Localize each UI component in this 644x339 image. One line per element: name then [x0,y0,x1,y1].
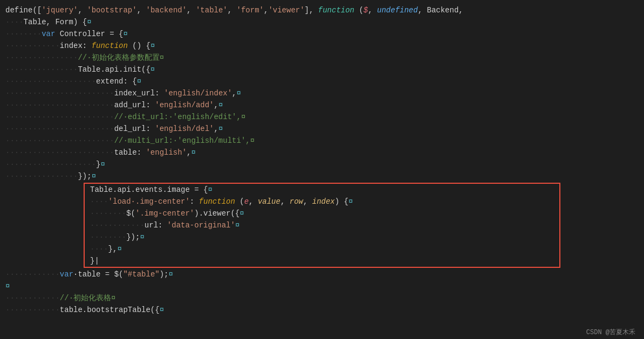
highlight-line-1: Table.api.events.image = {¤ [85,184,559,196]
code-line-15: ················});¤ [0,170,644,182]
highlight-line-3: ········$('.img-center').viewer({¤ [85,207,559,219]
code-line-24: ¤ [0,280,644,292]
code-line-11: ························del_url: 'englis… [0,123,644,135]
code-text: define(['jquery', 'bootstrap', 'backend'… [5,4,463,16]
highlight-line-5: ········});¤ [85,231,559,243]
code-line-25: ············//·初始化表格¤ [0,292,644,304]
code-line-10: ························//·edit_url:·'en… [0,111,644,123]
code-line-23: ············var·table = $("#table");¤ [0,268,644,280]
watermark: CSDN @苦夏木禾 [578,326,644,339]
code-line-9: ························add_url: 'englis… [0,99,644,111]
code-line-2: ····Table, Form) {¤ [0,16,644,28]
code-line-13: ························table: 'english'… [0,147,644,158]
code-editor: define(['jquery', 'bootstrap', 'backend'… [0,0,644,320]
code-line-6: ················Table.api.init({¤ [0,64,644,75]
highlight-line-2: ····'load·.img-center': function (e, val… [85,196,559,207]
code-line-12: ························//·multi_url:·'e… [0,135,644,147]
highlight-line-4: ············url: 'data-original'¤ [85,219,559,231]
highlight-line-7: }| [85,255,559,267]
code-line-8: ························index_url: 'engl… [0,87,644,99]
highlight-line-6: ····},¤ [85,243,559,255]
code-line-5: ················//·初始化表格参数配置¤ [0,52,644,64]
highlight-block: Table.api.events.image = {¤ ····'load·.i… [84,183,560,268]
code-line-14: ····················}¤ [0,158,644,170]
code-line-1: define(['jquery', 'bootstrap', 'backend'… [0,4,644,16]
code-line-3: ········var Controller = {¤ [0,28,644,40]
code-line-26: ············table.bootstrapTable({¤ [0,304,644,316]
code-line-7: ····················extend: {¤ [0,75,644,87]
code-line-4: ············index: function () {¤ [0,40,644,52]
